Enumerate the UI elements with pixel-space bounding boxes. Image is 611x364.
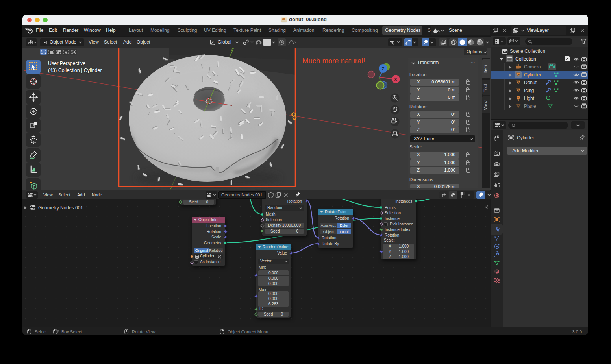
svg-text:X: X: [394, 77, 397, 82]
svg-text:Z: Z: [382, 67, 385, 71]
